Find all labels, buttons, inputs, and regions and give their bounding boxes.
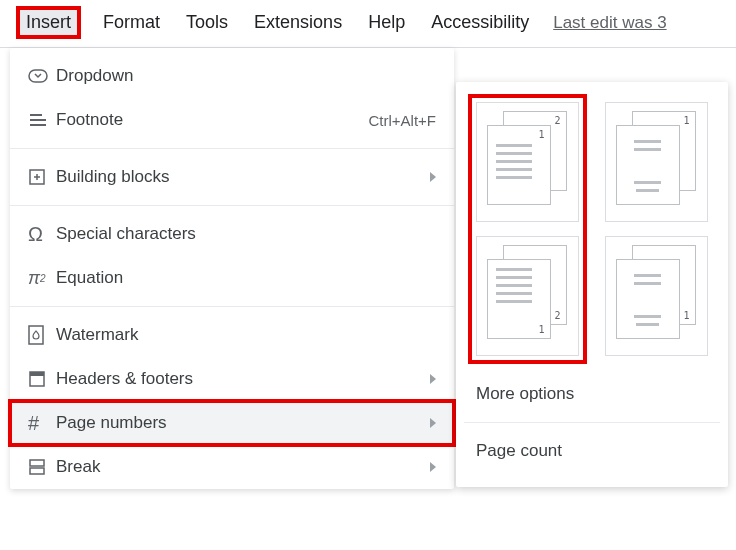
page-number-style-header-right-skip-first[interactable]: 1 (605, 102, 708, 222)
page-number-style-footer-right[interactable]: 2 1 (476, 236, 579, 356)
menu-shortcut: Ctrl+Alt+F (368, 112, 436, 129)
chevron-right-icon (430, 462, 436, 472)
menubar-item-format[interactable]: Format (101, 8, 162, 37)
menu-building-blocks[interactable]: Building blocks (10, 155, 454, 199)
svg-rect-11 (30, 468, 44, 474)
menubar-item-insert[interactable]: Insert (18, 8, 79, 37)
menubar: Insert Format Tools Extensions Help Acce… (0, 0, 736, 48)
menubar-item-accessibility[interactable]: Accessibility (429, 8, 531, 37)
menu-label: Equation (56, 268, 436, 288)
svg-rect-7 (29, 326, 43, 344)
submenu-more-options[interactable]: More options (470, 372, 714, 416)
menu-equation[interactable]: π2 Equation (10, 256, 454, 300)
last-edit-link[interactable]: Last edit was 3 (553, 13, 666, 33)
menubar-item-extensions[interactable]: Extensions (252, 8, 344, 37)
menu-label: Page numbers (56, 413, 422, 433)
chevron-right-icon (430, 374, 436, 384)
menu-separator (464, 422, 720, 423)
chevron-right-icon (430, 418, 436, 428)
svg-rect-10 (30, 460, 44, 466)
menu-separator (10, 148, 454, 149)
menu-label: Dropdown (56, 66, 436, 86)
submenu-page-count[interactable]: Page count (470, 429, 714, 473)
chevron-right-icon (430, 172, 436, 182)
menu-watermark[interactable]: Watermark (10, 313, 454, 357)
menu-dropdown[interactable]: Dropdown (10, 54, 454, 98)
break-icon (28, 458, 56, 476)
page-numbers-submenu: 2 1 2 1 (456, 82, 728, 487)
menu-page-numbers[interactable]: # Page numbers (10, 401, 454, 445)
menu-label: Headers & footers (56, 369, 422, 389)
menu-separator (10, 306, 454, 307)
footnote-icon (28, 112, 56, 128)
menu-label: Footnote (56, 110, 368, 130)
page-number-style-footer-right-skip-first[interactable]: 1 (605, 236, 708, 356)
menu-special-characters[interactable]: Ω Special characters (10, 212, 454, 256)
building-blocks-icon (28, 168, 56, 186)
menu-separator (10, 205, 454, 206)
menu-label: Special characters (56, 224, 436, 244)
svg-rect-9 (30, 372, 44, 376)
menu-break[interactable]: Break (10, 445, 454, 489)
menu-headers-footers[interactable]: Headers & footers (10, 357, 454, 401)
submenu-left-column: 2 1 2 1 (470, 96, 585, 362)
menu-label: Break (56, 457, 422, 477)
insert-dropdown: Dropdown Footnote Ctrl+Alt+F Building bl… (10, 48, 454, 489)
submenu-right-column: 1 1 (599, 96, 714, 362)
hash-icon: # (28, 412, 56, 435)
pi-icon: π2 (28, 268, 56, 289)
menu-label: Building blocks (56, 167, 422, 187)
page-number-style-header-right[interactable]: 2 1 (476, 102, 579, 222)
omega-icon: Ω (28, 223, 56, 246)
dropdown-chip-icon (28, 69, 56, 83)
menubar-item-tools[interactable]: Tools (184, 8, 230, 37)
headers-footers-icon (28, 370, 56, 388)
menu-footnote[interactable]: Footnote Ctrl+Alt+F (10, 98, 454, 142)
menubar-item-help[interactable]: Help (366, 8, 407, 37)
watermark-icon (28, 325, 56, 345)
menu-label: Watermark (56, 325, 436, 345)
page-number-style-grid: 2 1 2 1 (470, 96, 714, 362)
